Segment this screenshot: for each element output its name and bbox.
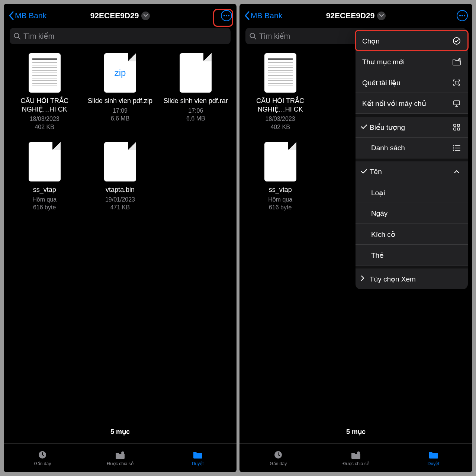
- page-title: 92ECEE9D29: [90, 11, 139, 20]
- file-thumb-blank: [180, 53, 212, 93]
- svg-point-2: [121, 451, 124, 454]
- search-field[interactable]: Tìm kiếm: [10, 28, 231, 44]
- menu-view-options[interactable]: Tùy chọn Xem: [356, 268, 468, 289]
- menu-sort-tags[interactable]: Thẻ: [356, 245, 468, 266]
- chevron-up-icon: [452, 170, 461, 174]
- file-item[interactable]: vtapta.bin 19/01/2023 471 KB: [82, 142, 158, 223]
- folder-person-icon: [115, 450, 126, 460]
- svg-point-0: [15, 33, 19, 38]
- back-label: MB Bank: [15, 11, 46, 20]
- tab-shared[interactable]: Được chia sẻ: [81, 444, 159, 472]
- svg-point-16: [357, 451, 360, 454]
- menu-sort-date[interactable]: Ngày: [356, 203, 468, 224]
- file-name: ss_vtap: [33, 186, 56, 194]
- scan-icon: [452, 78, 461, 87]
- file-item[interactable]: Slide sinh vien pdf.rar 17:06 6,6 MB: [158, 53, 234, 142]
- menu-select[interactable]: Chọn: [356, 30, 468, 51]
- more-button[interactable]: [457, 10, 468, 21]
- menu-sort-type[interactable]: Loại: [356, 182, 468, 203]
- menu-scan[interactable]: Quét tài liệu: [356, 72, 468, 93]
- grid-icon: [452, 123, 461, 131]
- file-date: 17:09: [113, 107, 128, 115]
- file-name: vtapta.bin: [106, 186, 135, 194]
- file-name: CÂU HỎI TRẮC NGHIỆ…HI CK: [8, 97, 81, 113]
- menu-view-list[interactable]: Danh sách: [356, 138, 468, 158]
- file-date: Hôm qua: [32, 196, 57, 204]
- file-date: 18/03/2023: [30, 115, 60, 123]
- file-name: Slide sinh vien pdf.zip: [88, 97, 152, 105]
- file-thumb-blank: [29, 142, 61, 181]
- menu-view-icons[interactable]: Biểu tượng: [356, 117, 468, 138]
- search-icon: [13, 32, 21, 40]
- menu-separator: [356, 158, 468, 161]
- file-thumb-blank: [264, 142, 296, 181]
- file-name: CÂU HỎI TRẮC NGHIỆ…HI CK: [244, 97, 316, 113]
- file-item[interactable]: ss_vtap Hôm qua 616 byte: [7, 142, 82, 223]
- back-button[interactable]: MB Bank: [244, 11, 282, 20]
- tab-recent[interactable]: Gần đây: [239, 444, 317, 472]
- back-button[interactable]: MB Bank: [8, 11, 46, 20]
- check-circle-icon: [452, 37, 461, 45]
- svg-point-14: [453, 150, 454, 151]
- folder-person-icon: [350, 450, 361, 460]
- menu-connect[interactable]: Kết nối với máy chủ: [356, 93, 468, 114]
- svg-rect-6: [455, 81, 458, 84]
- chevron-left-icon: [244, 11, 251, 20]
- menu-sort-size[interactable]: Kích cỡ: [356, 224, 468, 245]
- tab-recent[interactable]: Gần đây: [4, 444, 81, 472]
- tab-browse[interactable]: Duyệt: [395, 444, 472, 472]
- file-size: 616 byte: [33, 203, 56, 212]
- file-size: 402 KB: [35, 123, 54, 131]
- file-size: 616 byte: [269, 203, 292, 212]
- file-thumb-doc: [264, 53, 296, 93]
- checkmark-icon: [361, 123, 369, 131]
- title-dropdown[interactable]: [141, 12, 150, 20]
- screen-right: MB Bank 92ECEE9D29 Tìm kiếm CÂU HỎI TRẮC…: [239, 4, 472, 472]
- clock-icon: [273, 450, 284, 460]
- file-thumb-blank: [104, 142, 136, 181]
- svg-point-13: [453, 148, 454, 149]
- file-thumb-doc: [29, 53, 61, 93]
- svg-point-4: [453, 38, 460, 44]
- back-label: MB Bank: [251, 11, 282, 20]
- title-dropdown[interactable]: [377, 12, 386, 20]
- search-placeholder: Tìm kiếm: [23, 32, 54, 41]
- list-icon: [452, 145, 461, 151]
- menu-separator: [356, 266, 468, 268]
- file-date: 19/01/2023: [105, 196, 135, 204]
- chevron-right-icon: [361, 275, 369, 283]
- svg-point-12: [453, 145, 454, 147]
- file-name: Slide sinh vien pdf.rar: [164, 97, 228, 105]
- folder-icon: [192, 450, 203, 460]
- page-title: 92ECEE9D29: [326, 11, 375, 20]
- clock-icon: [37, 450, 48, 460]
- chevron-left-icon: [8, 11, 15, 20]
- tab-shared[interactable]: Được chia sẻ: [317, 444, 395, 472]
- more-button[interactable]: [221, 10, 232, 21]
- item-count: 5 mục: [239, 422, 472, 443]
- file-size: 471 KB: [110, 203, 130, 212]
- svg-rect-10: [454, 128, 456, 130]
- checkmark-icon: [361, 168, 369, 176]
- file-item[interactable]: CÂU HỎI TRẮC NGHIỆ…HI CK 18/03/2023 402 …: [242, 53, 318, 142]
- svg-rect-11: [457, 128, 460, 130]
- screen-left: MB Bank 92ECEE9D29 Tìm kiếm CÂU HỎI TRẮC…: [4, 4, 237, 472]
- folder-plus-icon: [452, 58, 461, 65]
- tab-bar: Gần đây Được chia sẻ Duyệt: [4, 443, 237, 472]
- search-icon: [249, 32, 257, 40]
- menu-separator: [356, 114, 468, 117]
- menu-new-folder[interactable]: Thư mục mới: [356, 51, 468, 72]
- file-item[interactable]: zip Slide sinh vien pdf.zip 17:09 6,6 MB: [82, 53, 158, 142]
- tab-browse[interactable]: Duyệt: [159, 444, 237, 472]
- server-icon: [452, 99, 461, 107]
- file-item[interactable]: ss_vtap Hôm qua 616 byte: [242, 142, 318, 223]
- svg-rect-8: [454, 124, 456, 126]
- search-placeholder: Tìm kiếm: [259, 32, 290, 41]
- file-date: 18/03/2023: [266, 115, 295, 123]
- tab-bar: Gần đây Được chia sẻ Duyệt: [239, 443, 472, 472]
- item-count: 5 mục: [4, 422, 237, 443]
- file-date: 17:06: [188, 107, 203, 115]
- menu-sort-name[interactable]: Tên: [356, 161, 468, 182]
- file-size: 6,6 MB: [186, 115, 205, 123]
- file-item[interactable]: CÂU HỎI TRẮC NGHIỆ…HI CK 18/03/2023 402 …: [7, 53, 82, 142]
